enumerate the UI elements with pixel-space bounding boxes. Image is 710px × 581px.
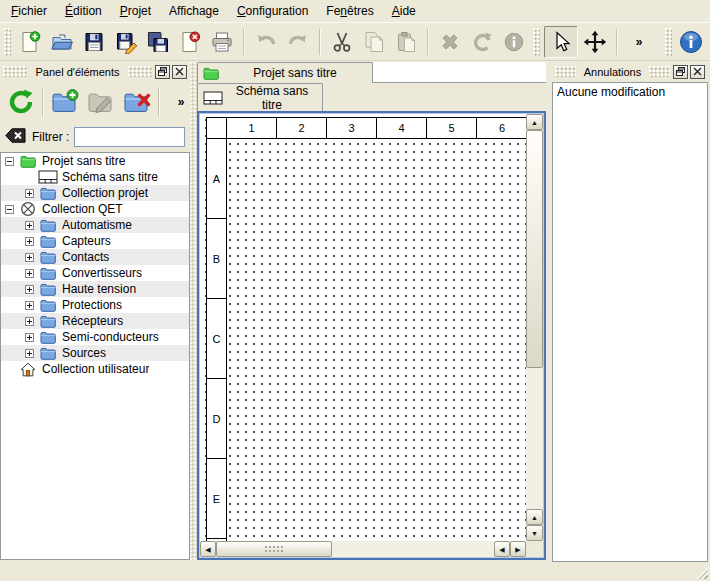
expand-plus-icon[interactable] [25, 285, 34, 294]
pan-mode-button[interactable] [580, 27, 610, 57]
toolbar-extension-button[interactable]: » [624, 27, 654, 57]
new-project-button[interactable] [15, 27, 45, 57]
tree-item-protections[interactable]: Protections [1, 297, 189, 313]
paste-icon [394, 30, 418, 54]
file-toolbar [14, 27, 530, 57]
menu-item-edition[interactable]: Édition [56, 0, 111, 22]
vertical-scrollbar[interactable]: ▲ ▲ ▼ [526, 114, 543, 541]
float-undo-panel-button[interactable] [673, 65, 688, 79]
tree-item-collection-utilisateur[interactable]: Collection utilisateur [1, 361, 189, 377]
resize-grip[interactable] [695, 566, 708, 579]
expand-plus-icon[interactable] [25, 301, 34, 310]
folder-icon [38, 331, 58, 344]
toolbar-separator [319, 29, 321, 55]
toolbar-drag-handle[interactable] [665, 28, 672, 56]
collapse-minus-icon[interactable] [5, 205, 14, 214]
tree-item-sch-ma-sans-titre[interactable]: Schéma sans titre [1, 169, 189, 185]
save-as-button[interactable] [111, 27, 141, 57]
save-all-button[interactable] [143, 27, 173, 57]
tree-item-collection-projet[interactable]: Collection projet [1, 185, 189, 201]
tree-item-collection-qet[interactable]: Collection QET [1, 201, 189, 217]
expand-plus-icon[interactable] [25, 317, 34, 326]
tree-item-sources[interactable]: Sources [1, 345, 189, 361]
horizontal-scrollbar[interactable]: ◀ ◀ ▶ [200, 541, 526, 557]
expand-plus-icon[interactable] [25, 189, 34, 198]
tab-schema-sans-titre[interactable]: Schéma sans titre [197, 83, 323, 111]
scroll-right-button[interactable]: ▶ [510, 541, 526, 557]
tree-item-projet-sans-titre[interactable]: Projet sans titre [1, 153, 189, 169]
paste-button [391, 27, 421, 57]
chevron-icon: » [636, 37, 643, 47]
menu-item-projet[interactable]: Projet [111, 0, 160, 22]
schema-canvas[interactable]: 123456 ABCDE [200, 114, 526, 541]
status-bar [0, 562, 710, 581]
row-header-column: ABCDE [207, 139, 227, 541]
tree-item-label: Récepteurs [62, 314, 123, 328]
cut-button [327, 27, 357, 57]
about-qet-button[interactable] [676, 27, 706, 57]
expand-plus-icon[interactable] [25, 349, 34, 358]
elements-panel-titlebar[interactable]: Panel d'éléments [0, 62, 190, 81]
close-undo-panel-button[interactable] [690, 65, 705, 79]
scroll-left-button[interactable]: ◀ [200, 541, 216, 557]
collapse-minus-icon[interactable] [5, 157, 14, 166]
selection-toolbar: » [543, 26, 655, 58]
delete-category-button[interactable] [120, 85, 154, 119]
tree-item-convertisseurs[interactable]: Convertisseurs [1, 265, 189, 281]
tree-item-haute-tension[interactable]: Haute tension [1, 281, 189, 297]
folder-icon [38, 219, 58, 232]
menu-item-configuration[interactable]: Configuration [228, 0, 317, 22]
undo-history-list[interactable]: Aucune modification [552, 82, 708, 562]
expand-plus-icon[interactable] [25, 269, 34, 278]
scroll-up-button[interactable]: ▲ [526, 114, 543, 130]
close-panel-button[interactable] [172, 65, 187, 79]
save-button[interactable] [79, 27, 109, 57]
thumb-grip [265, 546, 283, 553]
expand-plus-icon[interactable] [25, 221, 34, 230]
expand-plus-icon[interactable] [25, 333, 34, 342]
scroll-up-button-2[interactable]: ▲ [526, 509, 543, 525]
column-label-4: 4 [377, 118, 427, 139]
chevron-icon: » [178, 97, 185, 107]
tree-item-capteurs[interactable]: Capteurs [1, 233, 189, 249]
toolbar-drag-handle[interactable] [4, 28, 11, 56]
close-icon [175, 65, 184, 79]
reload-collections-button[interactable] [4, 85, 38, 119]
toolbar-separator [42, 87, 44, 117]
tree-item-semi-conducteurs[interactable]: Semi-conducteurs [1, 329, 189, 345]
print-button[interactable] [207, 27, 237, 57]
scroll-down-button[interactable]: ▼ [526, 525, 543, 541]
dock-splitter[interactable] [190, 62, 197, 560]
clear-filter-button[interactable] [4, 128, 27, 146]
scroll-left-button-2[interactable]: ◀ [494, 541, 510, 557]
tree-item-r-cepteurs[interactable]: Récepteurs [1, 313, 189, 329]
tree-item-contacts[interactable]: Contacts [1, 249, 189, 265]
menu-item-fenetres[interactable]: Fenêtres [317, 0, 382, 22]
new-category-button[interactable] [48, 85, 82, 119]
select-mode-button[interactable] [544, 26, 578, 58]
undo-panel-titlebar[interactable]: Annulations [552, 62, 708, 81]
undo-list-item[interactable]: Aucune modification [553, 83, 707, 100]
open-project-button[interactable] [47, 27, 77, 57]
qelectrotech-window: FichierÉditionProjetAffichageConfigurati… [0, 0, 710, 581]
column-label-2: 2 [277, 118, 327, 139]
menu-item-aide[interactable]: Aide [383, 0, 425, 22]
toolbar-drag-handle[interactable] [533, 28, 540, 56]
close-file-icon [178, 30, 202, 54]
filter-input[interactable] [74, 127, 185, 147]
down-arrow-icon: ▼ [531, 530, 538, 537]
close-file-button[interactable] [175, 27, 205, 57]
tab-projet-sans-titre[interactable]: Projet sans titre [197, 62, 373, 83]
expand-plus-icon[interactable] [25, 253, 34, 262]
menu-item-fichier[interactable]: Fichier [2, 0, 56, 22]
expand-plus-icon[interactable] [25, 237, 34, 246]
vertical-scroll-thumb[interactable] [526, 130, 543, 368]
save-icon [82, 30, 106, 54]
tree-item-label: Convertisseurs [62, 266, 142, 280]
tree-item-automatisme[interactable]: Automatisme [1, 217, 189, 233]
menu-item-affichage[interactable]: Affichage [160, 0, 228, 22]
float-panel-button[interactable] [155, 65, 170, 79]
redo-icon [286, 30, 310, 54]
home-icon [18, 362, 38, 377]
horizontal-scroll-thumb[interactable] [216, 541, 332, 557]
